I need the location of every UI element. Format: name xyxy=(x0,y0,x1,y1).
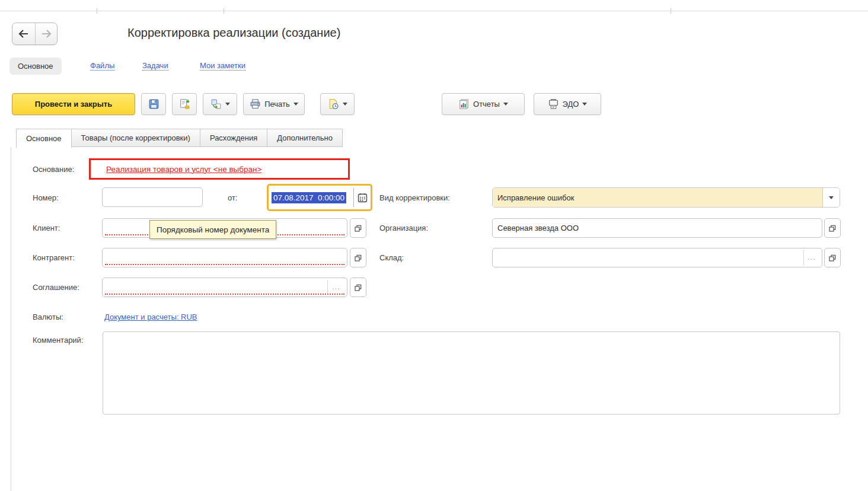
edo-button[interactable]: я ЭДО xyxy=(534,93,601,115)
client-open-button[interactable] xyxy=(350,218,366,238)
open-form-icon xyxy=(828,224,837,232)
comment-input[interactable] xyxy=(103,331,840,415)
organization-label: Организация: xyxy=(379,224,428,232)
chevron-down-icon xyxy=(293,103,298,106)
document-schedule-button[interactable] xyxy=(320,93,355,115)
date-selected-text: 07.08.2017 0:00:00 xyxy=(272,192,346,203)
chevron-down-icon xyxy=(582,103,587,106)
open-form-icon xyxy=(354,254,362,262)
basis-link[interactable]: Реализация товаров и услуг <не выбран> xyxy=(106,165,261,174)
chrome-tick xyxy=(671,8,671,14)
number-tooltip: Порядковый номер документа xyxy=(149,220,276,239)
create-based-on-button[interactable] xyxy=(203,93,237,115)
create-based-on-icon xyxy=(210,98,222,110)
agreement-select-ellipsis-button[interactable]: ... xyxy=(332,282,340,291)
client-label: Клиент: xyxy=(33,224,60,232)
correction-kind-combo: Исправление ошибок xyxy=(492,187,840,208)
history-nav xyxy=(12,23,58,45)
date-from-label: от: xyxy=(228,193,238,202)
organization-open-button[interactable] xyxy=(824,218,841,238)
edo-label: ЭДО xyxy=(563,100,579,109)
counterparty-open-button[interactable] xyxy=(350,248,366,267)
save-icon xyxy=(148,98,159,110)
calendar-button[interactable] xyxy=(354,186,371,209)
agreement-required-underline xyxy=(105,294,344,295)
open-form-icon xyxy=(828,254,837,262)
tooltip-text: Порядковый номер документа xyxy=(157,225,269,234)
correction-kind-dropdown-button[interactable] xyxy=(822,188,840,207)
print-label: Печать xyxy=(264,100,290,109)
nav-link-notes[interactable]: Мои заметки xyxy=(200,61,245,71)
agreement-label: Соглашение: xyxy=(33,283,79,292)
forward-button[interactable] xyxy=(35,23,58,44)
agreement-open-button[interactable] xyxy=(350,278,366,297)
window: Корректировка реализации (создание) Осно… xyxy=(0,0,868,491)
tab-goods-after-correction[interactable]: Товары (после корректировки) xyxy=(71,129,200,147)
chrome-tick xyxy=(224,8,224,14)
currencies-label: Валюты: xyxy=(33,313,63,321)
nav-link-files[interactable]: Файлы xyxy=(90,61,114,71)
basis-label: Основание: xyxy=(33,165,74,174)
forward-arrow-icon xyxy=(41,30,52,38)
date-input[interactable]: 07.08.2017 0:00:00 xyxy=(269,186,353,209)
warehouse-input[interactable] xyxy=(492,248,822,267)
form-tabs: Основное Товары (после корректировки) Ра… xyxy=(17,129,343,147)
open-form-icon xyxy=(354,283,362,292)
post-document-button[interactable] xyxy=(172,93,197,115)
correction-kind-value[interactable]: Исправление ошибок xyxy=(493,188,822,207)
tab-main[interactable]: Основное xyxy=(16,129,72,148)
reports-label: Отчеты xyxy=(473,100,500,109)
document-clock-icon xyxy=(328,98,339,110)
page-title: Корректировка реализации (создание) xyxy=(127,26,340,40)
tab-discrepancies[interactable]: Расхождения xyxy=(200,129,267,147)
edo-stamp-icon: я xyxy=(548,98,559,110)
section-linkbar: Основное Файлы Задачи Мои заметки xyxy=(9,57,62,75)
comment-label: Комментарий: xyxy=(33,336,84,345)
nav-link-tasks[interactable]: Задачи xyxy=(142,61,168,71)
back-arrow-icon xyxy=(18,30,29,38)
chevron-down-icon xyxy=(829,196,834,199)
open-form-icon xyxy=(354,224,362,232)
correction-kind-label: Вид корректировки: xyxy=(379,193,450,202)
print-button[interactable]: Печать xyxy=(243,93,305,115)
number-input[interactable] xyxy=(102,187,203,207)
agreement-inner-separator xyxy=(327,280,328,295)
chevron-down-icon xyxy=(225,103,230,106)
basis-validation-box: Реализация товаров и услуг <не выбран> xyxy=(89,158,350,180)
content-left-border xyxy=(11,147,11,491)
number-label: Номер: xyxy=(33,193,59,202)
currencies-link[interactable]: Документ и расчеты: RUB xyxy=(104,313,197,321)
date-field-group: 07.08.2017 0:00:00 xyxy=(267,184,372,211)
warehouse-select-ellipsis-button[interactable]: ... xyxy=(808,253,816,262)
chevron-down-icon xyxy=(343,103,347,106)
top-chrome-line xyxy=(0,11,868,11)
save-button[interactable] xyxy=(141,93,166,115)
post-document-icon xyxy=(179,98,190,110)
warehouse-label: Склад: xyxy=(379,253,404,262)
post-and-close-button[interactable]: Провести и закрыть xyxy=(12,93,135,115)
warehouse-open-button[interactable] xyxy=(824,248,841,267)
back-button[interactable] xyxy=(12,23,35,44)
print-icon xyxy=(250,98,261,110)
calendar-icon xyxy=(358,193,368,203)
post-and-close-label: Провести и закрыть xyxy=(35,100,112,109)
reports-icon xyxy=(458,98,470,110)
chrome-tick xyxy=(97,8,97,14)
warehouse-inner-separator xyxy=(803,250,804,265)
svg-text:я: я xyxy=(552,106,554,109)
organization-input[interactable] xyxy=(492,218,822,238)
reports-button[interactable]: Отчеты xyxy=(442,93,525,115)
counterparty-label: Контрагент: xyxy=(33,253,75,262)
nav-main-active[interactable]: Основное xyxy=(9,58,62,75)
chevron-down-icon xyxy=(503,103,508,106)
tab-additional[interactable]: Дополнительно xyxy=(267,129,343,147)
counterparty-required-underline xyxy=(105,264,344,265)
